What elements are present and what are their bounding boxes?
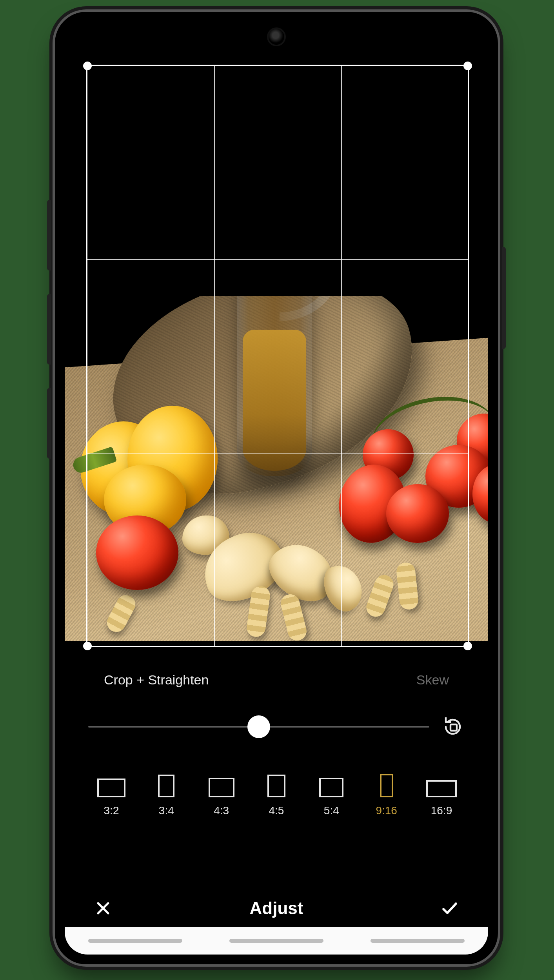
front-camera <box>267 27 286 46</box>
crop-canvas[interactable] <box>65 53 488 664</box>
crop-handle-bottom-left[interactable] <box>83 642 92 650</box>
aspect-ratio-label: 16:9 <box>431 804 452 817</box>
crop-handle-bottom-right[interactable] <box>463 642 472 650</box>
aspect-ratio-icon <box>267 775 285 797</box>
straighten-slider[interactable] <box>88 726 429 728</box>
straighten-slider-row <box>88 715 465 739</box>
crop-handle-top-right[interactable] <box>463 62 472 70</box>
bottom-bar: Adjust <box>65 897 488 919</box>
aspect-ratio-label: 9:16 <box>376 804 397 817</box>
controls-panel: Crop + Straighten Skew 3:23:44 <box>65 664 488 955</box>
aspect-ratio-label: 3:2 <box>104 804 119 817</box>
phone-frame: Crop + Straighten Skew 3:23:44 <box>55 12 498 964</box>
svg-rect-0 <box>450 724 457 731</box>
aspect-ratio-row: 3:23:44:34:55:49:1616:9 <box>88 774 465 817</box>
aspect-ratio-icon <box>426 780 457 797</box>
aspect-ratio-icon <box>209 778 234 797</box>
nav-home[interactable] <box>229 939 323 943</box>
close-icon <box>94 900 112 917</box>
screen: Crop + Straighten Skew 3:23:44 <box>65 22 488 955</box>
check-icon <box>440 899 459 918</box>
aspect-ratio-4-3[interactable]: 4:3 <box>200 778 243 817</box>
confirm-button[interactable] <box>439 897 461 919</box>
slider-thumb[interactable] <box>247 715 270 738</box>
aspect-ratio-9-16[interactable]: 9:16 <box>365 774 408 817</box>
aspect-ratio-icon <box>380 774 393 797</box>
photo-pepper <box>80 406 225 531</box>
nav-recent[interactable] <box>88 939 182 943</box>
aspect-ratio-4-5[interactable]: 4:5 <box>255 775 298 817</box>
aspect-ratio-label: 3:4 <box>159 804 174 817</box>
photo-preview <box>65 296 488 641</box>
screen-title: Adjust <box>250 898 303 918</box>
tab-crop-straighten[interactable]: Crop + Straighten <box>104 672 209 688</box>
aspect-ratio-icon <box>319 778 343 797</box>
aspect-ratio-label: 4:5 <box>269 804 284 817</box>
aspect-ratio-label: 5:4 <box>324 804 339 817</box>
mode-tabs: Crop + Straighten Skew <box>88 664 465 691</box>
rotate-button[interactable] <box>441 715 465 739</box>
rotate-icon <box>443 717 462 736</box>
aspect-ratio-3-4[interactable]: 3:4 <box>145 775 188 817</box>
aspect-ratio-16-9[interactable]: 16:9 <box>420 780 463 817</box>
grid-line <box>87 259 468 260</box>
crop-handle-top-left[interactable] <box>83 62 92 70</box>
android-nav-bar <box>65 927 488 955</box>
aspect-ratio-3-2[interactable]: 3:2 <box>90 779 133 817</box>
aspect-ratio-icon <box>158 775 174 797</box>
cancel-button[interactable] <box>92 897 114 919</box>
aspect-ratio-icon <box>97 779 125 797</box>
nav-back[interactable] <box>371 939 465 943</box>
aspect-ratio-label: 4:3 <box>214 804 229 817</box>
tab-skew[interactable]: Skew <box>416 672 449 688</box>
aspect-ratio-5-4[interactable]: 5:4 <box>310 778 353 817</box>
photo-bottle <box>237 296 312 476</box>
